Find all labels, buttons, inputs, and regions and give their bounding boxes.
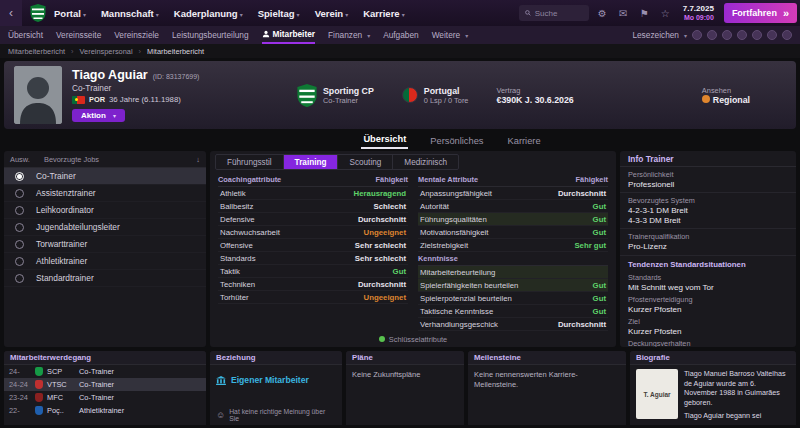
radio-icon[interactable] xyxy=(15,257,24,266)
personality-label: Persönlichkeit xyxy=(620,167,796,179)
club-info: Sporting CP Co-Trainer xyxy=(297,84,374,107)
job-row-assistenztrainer[interactable]: Assistenztrainer xyxy=(4,185,206,202)
gear-icon[interactable]: ⚙ xyxy=(595,5,610,21)
tab-karriere[interactable]: Karriere xyxy=(506,134,543,149)
mail-icon[interactable]: ✉ xyxy=(616,5,631,21)
subnav-uebersicht[interactable]: Übersicht xyxy=(8,26,43,44)
bookmarks-menu[interactable]: Lesezeichen▾ xyxy=(632,26,687,44)
attribute-row: ZielstrebigkeitSehr gut xyxy=(418,239,608,252)
menu-spieltag[interactable]: Spieltag▾ xyxy=(258,8,300,19)
setpiece-value: Kurzer Pfosten xyxy=(620,304,796,314)
quicklink-icon[interactable] xyxy=(737,30,747,40)
staff-icon xyxy=(262,30,270,38)
contract-info: Vertrag €390K J. 30.6.2026 xyxy=(496,86,573,105)
radio-icon[interactable] xyxy=(15,274,24,283)
job-row-standardtrainer[interactable]: Standardtrainer xyxy=(4,270,206,287)
tab-medizinisch[interactable]: Medizinisch xyxy=(393,155,458,169)
staff-name: Tiago Aguiar xyxy=(72,68,148,82)
radio-icon[interactable] xyxy=(15,240,24,249)
preferred-formation-label: Bevorzugtes System xyxy=(620,192,796,205)
job-row-leihkoordinator[interactable]: Leihkoordinator xyxy=(4,202,206,219)
action-button[interactable]: Aktion▾ xyxy=(72,109,125,122)
menu-verein[interactable]: Verein▾ xyxy=(315,8,349,19)
attribute-row: TorhüterUngeeignet xyxy=(218,291,408,304)
attributes-panel: Führungsstil Training Scouting Medizinis… xyxy=(210,151,616,347)
career-row[interactable]: 24- SCP Co-Trainer xyxy=(4,365,206,378)
flag-icon[interactable]: ⚑ xyxy=(637,5,652,21)
breadcrumb-current: Mitarbeiterbericht xyxy=(147,47,204,56)
main-content: Ausw. Bevorzugte Jobs ↓ Co-Trainer Assis… xyxy=(4,151,796,347)
profile-identity: Tiago Aguiar (ID: 83137699) Co-Trainer P… xyxy=(72,68,297,122)
column-jobs[interactable]: Bevorzugte Jobs xyxy=(44,155,99,164)
menu-karriere[interactable]: Karriere▾ xyxy=(363,8,404,19)
mental-attributes-title: Mentale Attribute xyxy=(418,175,478,184)
sporting-crest-icon xyxy=(297,84,317,107)
radio-icon[interactable] xyxy=(15,206,24,215)
setpiece-label: Standards xyxy=(620,270,796,282)
date-text: 7.7.2025 xyxy=(683,5,714,14)
subnav-mitarbeiter[interactable]: Mitarbeiter xyxy=(262,26,315,44)
tab-scouting[interactable]: Scouting xyxy=(338,155,393,169)
nation-name[interactable]: Portugal xyxy=(424,86,469,96)
setpiece-tendencies-title: Tendenzen Standardsituationen xyxy=(620,255,796,270)
info-trainer-title: Info Trainer xyxy=(620,151,796,167)
subnav-leistungsbeurteilung[interactable]: Leistungsbeurteilung xyxy=(172,26,249,44)
career-row[interactable]: 23-24 MFC Co-Trainer xyxy=(4,391,206,404)
club-building-icon xyxy=(216,376,226,385)
coaching-attributes-column: Coachingattribute Fähigkeit AthletikHera… xyxy=(218,173,408,347)
chevron-down-icon: ▾ xyxy=(684,32,687,39)
job-row-jugendabteilungsleiter[interactable]: Jugendabteilungsleiter xyxy=(4,219,206,236)
quicklink-icon[interactable] xyxy=(782,30,792,40)
quicklink-icon[interactable] xyxy=(722,30,732,40)
sort-descending-icon[interactable]: ↓ xyxy=(196,155,200,164)
subnav-finanzen[interactable]: Finanzen▾ xyxy=(328,26,370,44)
preferred-jobs-panel: Ausw. Bevorzugte Jobs ↓ Co-Trainer Assis… xyxy=(4,151,206,347)
radio-icon[interactable] xyxy=(15,189,24,198)
menu-portal[interactable]: Portal▾ xyxy=(54,8,86,19)
back-button[interactable]: ‹ xyxy=(0,0,22,26)
continue-button[interactable]: Fortfahren » xyxy=(724,3,797,23)
subnav-aufgaben[interactable]: Aufgaben xyxy=(383,26,419,44)
ability-column-header: Fähigkeit xyxy=(376,175,408,184)
portugal-roundel-icon xyxy=(402,87,418,103)
job-row-torwarttrainer[interactable]: Torwarttrainer xyxy=(4,236,206,253)
quicklink-icon[interactable] xyxy=(752,30,762,40)
radio-icon[interactable] xyxy=(15,172,24,181)
job-row-athletiktrainer[interactable]: Athletiktrainer xyxy=(4,253,206,270)
subnav-weitere[interactable]: Weitere▾ xyxy=(432,26,468,44)
profile-header: Tiago Aguiar (ID: 83137699) Co-Trainer P… xyxy=(4,61,796,129)
club-name[interactable]: Sporting CP xyxy=(323,86,374,96)
search-input[interactable] xyxy=(535,9,583,18)
subnav-vereinsziele[interactable]: Vereinsziele xyxy=(114,26,159,44)
attribute-row: TaktikGut xyxy=(218,265,408,278)
tab-training[interactable]: Training xyxy=(284,155,339,169)
relationship-status[interactable]: Eigener Mitarbeiter xyxy=(210,365,342,385)
quicklink-icon[interactable] xyxy=(707,30,717,40)
nation-info: Portugal 0 Lsp / 0 Tore xyxy=(402,86,469,105)
job-row-co-trainer[interactable]: Co-Trainer xyxy=(4,168,206,185)
knowledge-title: Kenntnisse xyxy=(418,254,458,263)
quicklink-icon[interactable] xyxy=(692,30,702,40)
club-role: Co-Trainer xyxy=(323,96,374,105)
tab-persoenliches[interactable]: Persönliches xyxy=(428,134,485,149)
search-box[interactable] xyxy=(519,5,589,21)
menu-mannschaft[interactable]: Mannschaft▾ xyxy=(101,8,159,19)
menu-kaderplanung[interactable]: Kaderplanung▾ xyxy=(174,8,243,19)
reputation-icon xyxy=(702,95,710,103)
quicklink-icon[interactable] xyxy=(767,30,777,40)
tab-uebersicht[interactable]: Übersicht xyxy=(361,132,408,149)
column-select[interactable]: Ausw. xyxy=(10,155,44,164)
radio-icon[interactable] xyxy=(15,223,24,232)
subnav-vereinsseite[interactable]: Vereinsseite xyxy=(56,26,101,44)
breadcrumb-item[interactable]: Vereinspersonal xyxy=(80,47,133,56)
chevron-down-icon: ▾ xyxy=(83,12,86,18)
star-icon[interactable]: ☆ xyxy=(658,5,673,21)
tab-fuehrungsstil[interactable]: Führungsstil xyxy=(216,155,284,169)
attribute-row: Taktische KenntnisseGut xyxy=(418,305,608,318)
career-row[interactable]: 22- Poç.. Athletiktrainer xyxy=(4,404,206,417)
career-row[interactable]: 24-24 VTSC Co-Trainer xyxy=(4,378,206,391)
breadcrumb-item[interactable]: Mitarbeiterbericht xyxy=(8,47,65,56)
attribute-row: Spielerfähigkeiten beurteilenGut xyxy=(418,279,608,292)
key-attribute-dot-icon xyxy=(379,336,385,342)
bottom-panels: Mitarbeiterwerdegang 24- SCP Co-Trainer … xyxy=(4,351,796,425)
